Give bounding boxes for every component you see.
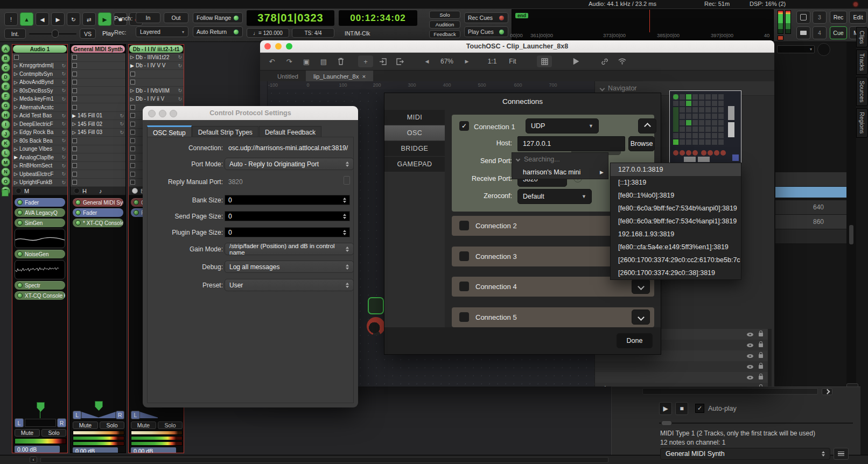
tab-default-strip-types[interactable]: Default Strip Types (192, 126, 258, 138)
lock-icon[interactable] (759, 376, 763, 379)
fader-handle[interactable] (95, 401, 103, 411)
region-list-row[interactable] (775, 229, 846, 243)
clip-slot[interactable]: AnalogClapBe ↻ (12, 153, 67, 162)
zoom-fit-button[interactable]: Fit (503, 55, 522, 67)
clip-position-slider[interactable] (659, 423, 853, 424)
tab-default-feedback[interactable]: Default Feedback (259, 126, 321, 138)
gain-display[interactable]: 0.00 dB (15, 446, 60, 453)
clip-slot[interactable]: 80sDncBssSy ↻ (12, 87, 67, 95)
close-icon[interactable] (264, 43, 271, 50)
solo-button[interactable]: Solo (100, 421, 124, 429)
transport-icon-button[interactable]: ▶ (98, 12, 111, 26)
browse-button[interactable]: Browse (628, 136, 655, 151)
clip-play-button[interactable]: ▶ (659, 402, 672, 415)
transport-icon-button[interactable]: ▲ (20, 12, 33, 26)
layer-row[interactable]: _1 (595, 383, 771, 386)
connection4-checkbox[interactable] (459, 282, 469, 291)
debug-select[interactable]: Log all messages (225, 261, 354, 273)
nav-item[interactable]: BRIDGE (384, 141, 445, 156)
clip-slot[interactable]: ContmpltvSyn ↻ (12, 70, 67, 79)
punch-in-button[interactable]: In (136, 12, 160, 23)
clip-empty-checkbox[interactable] (130, 80, 135, 85)
gain-display[interactable]: 0.00 dB (73, 447, 118, 453)
zoom-in-button[interactable]: ▶ (459, 55, 474, 67)
clip-play-icon[interactable] (14, 96, 18, 102)
end-marker[interactable]: end (515, 13, 528, 18)
maximize-icon[interactable] (286, 43, 292, 50)
maximize-icon[interactable] (170, 110, 177, 117)
scene-trigger-button[interactable]: E (1, 82, 10, 91)
pan-right-button[interactable]: R (57, 418, 66, 427)
clip-slot[interactable]: AlternatvAcstc ↻ (12, 103, 67, 112)
hscroll-right-button[interactable] (822, 388, 832, 395)
solo-button[interactable]: Solo (158, 421, 183, 429)
play-cues-button[interactable]: Play Cues (464, 26, 508, 37)
group-3-button[interactable]: 3 (813, 11, 827, 24)
rec-cues-button[interactable]: Rec Cues (464, 12, 508, 23)
sync-source-button[interactable]: Int. (4, 29, 26, 39)
scrollbar-handle[interactable] (849, 225, 853, 244)
right-tab[interactable]: Clips (856, 27, 868, 47)
address-item[interactable]: [fe80::1%lo0]:3819 (611, 189, 741, 202)
pan-left-button[interactable]: L (15, 418, 24, 427)
clip-empty-checkbox[interactable] (130, 122, 135, 126)
import-icon[interactable] (375, 55, 390, 67)
bank-size-input[interactable]: 0 (225, 195, 350, 205)
connection5-row[interactable]: Connection 5 (452, 307, 654, 327)
reply-port-stepper[interactable] (344, 176, 350, 185)
paste-icon[interactable]: ▤ (316, 55, 331, 67)
clip-slot[interactable]: ↻ (71, 95, 125, 104)
processor[interactable]: General MIDI Syn (73, 198, 123, 207)
address-item[interactable]: [fe80::cfa:5a4e:e149:5ff3%en1]:3819 (611, 241, 741, 254)
processor[interactable]: Fader (73, 208, 123, 217)
clip-slot[interactable]: ↻ (71, 137, 125, 145)
follow-range-button[interactable]: Follow Range (193, 12, 243, 23)
mute-button[interactable]: Mute (73, 421, 98, 429)
scene-trigger-button[interactable]: K (1, 139, 10, 148)
tab-untitled[interactable]: Untitled (270, 71, 306, 82)
collapse-left-button[interactable]: ‹ (30, 456, 37, 463)
scene-stop-button[interactable] (2, 189, 9, 196)
tree-scrollbar[interactable] (768, 329, 772, 386)
transport-icon-button[interactable]: ↻ (67, 12, 80, 26)
clip-empty-checkbox[interactable] (72, 63, 77, 68)
undo-icon[interactable]: ↶ (264, 55, 279, 67)
shuttle-handle[interactable] (52, 30, 59, 38)
wifi-icon[interactable] (614, 55, 629, 67)
scene-trigger-button[interactable]: G (1, 101, 10, 110)
clip-slot[interactable]: ↻ (12, 53, 67, 62)
minimize-icon[interactable] (159, 110, 166, 117)
clip-slot[interactable]: Db - I IV ii V ↻ (129, 95, 184, 104)
touchosc-titlebar[interactable]: TouchOSC - Clip_Launcher_8x8 (260, 40, 774, 53)
track-group-label[interactable]: M (24, 188, 29, 194)
clip-slot[interactable]: Db - IIIViii1t22 ↻ (129, 53, 184, 62)
clip-empty-checkbox[interactable] (130, 146, 135, 151)
clip-empty-checkbox[interactable] (72, 163, 77, 168)
clip-play-icon[interactable] (14, 113, 18, 118)
camera-button[interactable] (796, 26, 810, 39)
clip-play-icon[interactable] (14, 121, 18, 126)
scene-trigger-button[interactable]: B (1, 54, 10, 63)
clip-slot[interactable]: ↻ (71, 145, 125, 154)
tempo-button[interactable]: ♩= 120.000 (247, 28, 289, 38)
clip-slot[interactable]: 145 Fill 02 ↻ (71, 120, 125, 129)
processor-enable-led[interactable] (75, 200, 81, 205)
processor[interactable]: Fader (15, 198, 65, 207)
redo-icon[interactable]: ↷ (282, 55, 297, 67)
processor[interactable] (15, 260, 65, 279)
clip-slot[interactable]: ↻ (129, 79, 184, 87)
region-list-row[interactable] (775, 172, 846, 186)
eye-icon[interactable] (747, 354, 753, 358)
processor-enable-led[interactable] (17, 200, 23, 205)
clip-empty-checkbox[interactable] (130, 172, 135, 177)
clip-slot[interactable]: ↻ (71, 103, 125, 112)
protocol-select[interactable]: UDP▼ (526, 118, 599, 133)
copy-icon[interactable]: ▣ (299, 55, 314, 67)
time-signature-button[interactable]: TS: 4/4 (292, 28, 334, 38)
scene-trigger-button[interactable]: M (1, 158, 10, 167)
clip-empty-checkbox[interactable] (72, 72, 77, 76)
region-property-row[interactable]: 640 (775, 200, 846, 214)
connection5-checkbox[interactable] (459, 312, 469, 322)
clip-play-icon[interactable] (14, 80, 18, 85)
clip-slot[interactable]: DeepElectricF ↻ (12, 120, 67, 129)
